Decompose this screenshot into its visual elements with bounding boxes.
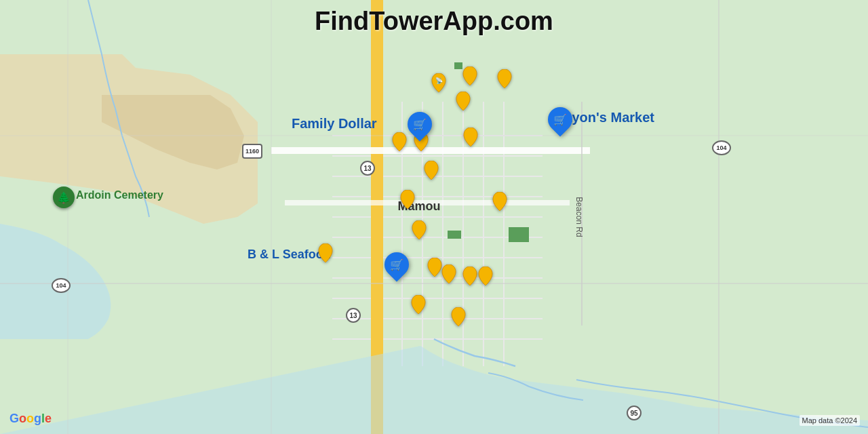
google-g2: g xyxy=(34,412,41,426)
map-background: Mamou Beacon Rd xyxy=(0,0,868,434)
svg-rect-23 xyxy=(271,147,590,154)
google-logo: Google xyxy=(9,412,52,426)
svg-rect-21 xyxy=(454,62,462,69)
google-o1: o xyxy=(19,412,26,426)
svg-text:Mamou: Mamou xyxy=(398,199,441,213)
map-data-credit: Map data ©2024 xyxy=(800,415,861,426)
svg-text:Beacon Rd: Beacon Rd xyxy=(574,197,584,237)
svg-rect-22 xyxy=(448,231,461,239)
map-container: Mamou Beacon Rd FindTowerApp.com 🛒 Famil… xyxy=(0,0,868,434)
google-g: G xyxy=(9,412,19,426)
google-e: e xyxy=(45,412,52,426)
site-title: FindTowerApp.com xyxy=(315,7,553,36)
svg-rect-20 xyxy=(509,227,529,242)
google-o2: o xyxy=(26,412,34,426)
